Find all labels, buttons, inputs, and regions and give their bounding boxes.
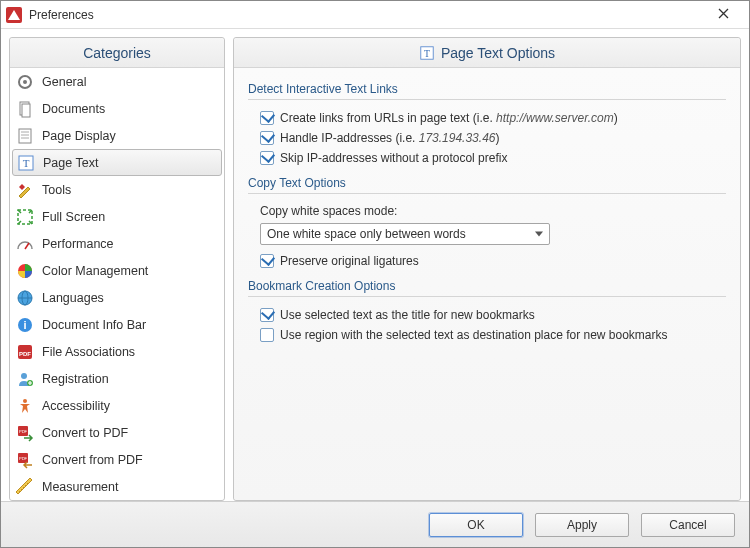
check-label: Use region with the selected text as des… [280,328,668,342]
group-copy-title: Copy Text Options [248,168,726,194]
check-label: Skip IP-addresses without a protocol pre… [280,151,507,165]
group-detect-title: Detect Interactive Text Links [248,74,726,100]
categories-header: Categories [10,38,224,68]
sidebar-item-color-management[interactable]: Color Management [10,257,224,284]
titlebar: Preferences [1,1,749,29]
sidebar-item-label: Full Screen [42,210,105,224]
svg-point-23 [23,399,27,403]
sidebar-item-page-display[interactable]: Page Display [10,122,224,149]
app-icon [5,6,23,24]
options-header-label: Page Text Options [441,45,555,61]
close-icon [718,8,729,19]
svg-point-21 [21,373,27,379]
checkbox-icon [260,254,274,268]
sidebar-item-label: Tools [42,183,71,197]
copy-mode-select[interactable]: One white space only between words [260,223,550,245]
check-bookmark-title[interactable]: Use selected text as the title for new b… [248,305,726,325]
sidebar-item-label: Page Display [42,129,116,143]
sidebar-item-label: Convert to PDF [42,426,128,440]
dialog-footer: OK Apply Cancel [1,501,749,547]
select-value: One white space only between words [267,227,466,241]
svg-text:PDF: PDF [19,351,31,357]
svg-rect-4 [22,104,30,117]
convert-from-icon: PDF [16,451,34,469]
sidebar-item-label: Performance [42,237,114,251]
sidebar-item-label: Languages [42,291,104,305]
sidebar-item-measurement[interactable]: Measurement [10,473,224,500]
gear-icon [16,73,34,91]
convert-to-icon: PDF [16,424,34,442]
checkbox-icon [260,308,274,322]
preferences-window: Preferences Categories General Documents [0,0,750,548]
check-label: Create links from URLs in page text (i.e… [280,111,618,125]
document-icon [16,100,34,118]
sidebar-item-label: Accessibility [42,399,110,413]
sidebar-item-performance[interactable]: Performance [10,230,224,257]
sidebar-item-registration[interactable]: Registration [10,365,224,392]
sidebar-item-doc-info-bar[interactable]: i Document Info Bar [10,311,224,338]
sidebar-item-general[interactable]: General [10,68,224,95]
svg-text:i: i [23,319,26,331]
sidebar-item-label: Document Info Bar [42,318,146,332]
sidebar-item-accessibility[interactable]: Accessibility [10,392,224,419]
checkbox-icon [260,328,274,342]
check-create-links[interactable]: Create links from URLs in page text (i.e… [248,108,726,128]
svg-text:PDF: PDF [19,429,28,434]
sidebar-item-languages[interactable]: Languages [10,284,224,311]
sidebar-item-file-associations[interactable]: PDF File Associations [10,338,224,365]
close-button[interactable] [703,4,743,26]
sidebar-item-label: Documents [42,102,105,116]
sidebar-item-label: General [42,75,86,89]
checkbox-icon [260,151,274,165]
svg-rect-5 [19,129,31,143]
check-preserve-ligatures[interactable]: Preserve original ligatures [248,251,726,271]
sidebar-item-tools[interactable]: Tools [10,176,224,203]
check-label: Use selected text as the title for new b… [280,308,535,322]
sidebar-item-label: Color Management [42,264,148,278]
sidebar-item-page-text[interactable]: T Page Text [12,149,222,176]
color-wheel-icon [16,262,34,280]
checkbox-icon [260,131,274,145]
accessibility-icon [16,397,34,415]
options-content: Detect Interactive Text Links Create lin… [234,68,740,500]
sidebar-item-documents[interactable]: Documents [10,95,224,122]
group-bookmark-title: Bookmark Creation Options [248,271,726,297]
sidebar-item-label: File Associations [42,345,135,359]
window-title: Preferences [29,8,703,22]
sidebar-item-full-screen[interactable]: Full Screen [10,203,224,230]
categories-list[interactable]: General Documents Page Display T Page Te… [10,68,224,500]
sidebar-item-convert-to-pdf[interactable]: PDF Convert to PDF [10,419,224,446]
check-bookmark-region[interactable]: Use region with the selected text as des… [248,325,726,345]
check-label: Preserve original ligatures [280,254,419,268]
sidebar-item-label: Measurement [42,480,118,494]
ruler-icon [16,478,34,496]
check-label: Handle IP-addresses (i.e. 173.194.33.46) [280,131,499,145]
globe-icon [16,289,34,307]
svg-point-2 [23,80,27,84]
ok-button[interactable]: OK [429,513,523,537]
performance-icon [16,235,34,253]
user-add-icon [16,370,34,388]
pdf-icon: PDF [16,343,34,361]
page-display-icon [16,127,34,145]
fullscreen-icon [16,208,34,226]
sidebar-item-convert-from-pdf[interactable]: PDF Convert from PDF [10,446,224,473]
text-icon: T [419,45,435,61]
body-area: Categories General Documents Page Displa… [1,29,749,501]
text-icon: T [17,154,35,172]
sidebar-item-label: Page Text [43,156,98,170]
options-header: T Page Text Options [234,38,740,68]
cancel-button[interactable]: Cancel [641,513,735,537]
sidebar-item-label: Registration [42,372,109,386]
check-skip-ip[interactable]: Skip IP-addresses without a protocol pre… [248,148,726,168]
check-handle-ip[interactable]: Handle IP-addresses (i.e. 173.194.33.46) [248,128,726,148]
categories-panel: Categories General Documents Page Displa… [9,37,225,501]
options-panel: T Page Text Options Detect Interactive T… [233,37,741,501]
copy-mode-label: Copy white spaces mode: [248,202,726,220]
svg-line-12 [25,243,29,249]
svg-text:T: T [424,47,430,58]
sidebar-item-label: Convert from PDF [42,453,143,467]
info-icon: i [16,316,34,334]
svg-text:T: T [23,157,30,169]
apply-button[interactable]: Apply [535,513,629,537]
